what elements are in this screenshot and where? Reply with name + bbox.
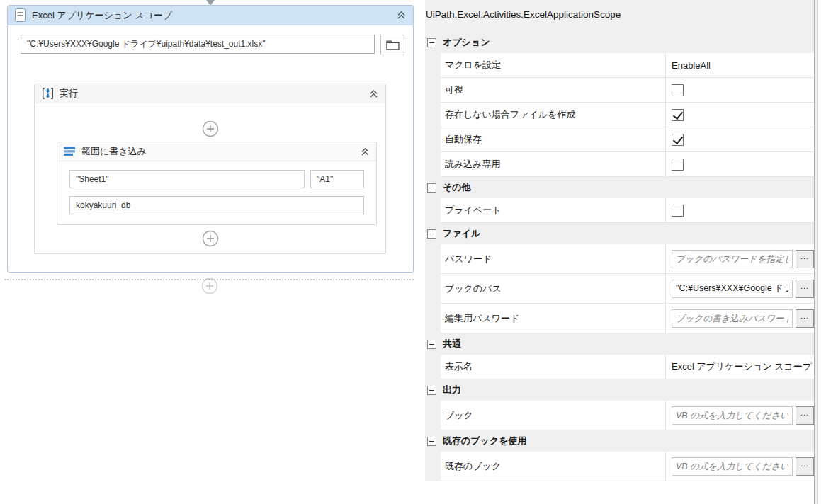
collapse-minus-icon[interactable] [427,38,436,47]
existing-workbook-input[interactable] [672,457,793,476]
edit-password-ellipsis-button[interactable]: ... [796,309,814,328]
browse-folder-button[interactable] [380,35,404,55]
write-range-header[interactable]: 範囲に書き込み [57,142,376,161]
collapse-chevron-icon[interactable] [361,147,370,156]
prop-row-readonly: 読み込み専用 [441,152,814,177]
sheet-name-input[interactable] [69,170,305,188]
prop-category-common: 共通 [425,333,814,355]
write-range-title: 範囲に書き込み [81,145,355,158]
prop-row-display-name: 表示名 Excel アプリケーション スコープ [441,355,814,379]
collapse-minus-icon[interactable] [427,340,436,349]
existing-workbook-ellipsis-button[interactable]: ... [796,457,814,476]
prop-category-misc: その他 [425,177,814,198]
create-if-not-exists-checkbox[interactable] [672,109,684,121]
collapse-chevron-icon[interactable] [397,11,406,20]
collapse-minus-icon[interactable] [427,386,436,395]
edit-password-input[interactable] [672,309,793,328]
workbook-path-input[interactable] [21,35,375,54]
sequence-icon [42,88,54,99]
workbook-path-ellipsis-button[interactable]: ... [796,280,814,298]
display-name-value[interactable]: Excel アプリケーション スコープ [672,360,814,373]
excel-scope-title: Excel アプリケーション スコープ [32,9,390,22]
password-ellipsis-button[interactable]: ... [796,250,814,268]
password-input[interactable] [672,250,793,268]
do-sequence-activity[interactable]: 実行 [34,84,386,254]
add-activity-button[interactable] [202,120,219,137]
add-activity-button-faded[interactable] [201,277,218,294]
folder-icon [386,40,400,50]
table-rows-icon [64,147,76,156]
workbook-path-value-input[interactable] [672,280,793,298]
collapse-minus-icon[interactable] [427,437,436,446]
private-checkbox[interactable] [672,205,684,217]
workbook-output-ellipsis-button[interactable]: ... [796,406,814,425]
prop-row-edit-password: 編集用パスワード ... [441,304,814,333]
prop-category-use-existing-workbook: 既存のブックを使用 [425,430,814,452]
prop-row-workbook-path: ブックのパス ... [441,274,814,304]
do-sequence-title: 実行 [60,87,363,100]
prop-row-private: プライベート [441,198,814,223]
macro-setting-value[interactable]: EnableAll [672,60,814,71]
readonly-checkbox[interactable] [672,159,684,171]
workbook-output-input[interactable] [672,406,793,425]
uipath-studio-view: Excel アプリケーション スコープ [0,0,826,504]
excel-scope-header[interactable]: Excel アプリケーション スコープ [8,6,413,25]
journal-document-icon [15,8,26,22]
collapse-minus-icon[interactable] [427,183,436,193]
autosave-checkbox[interactable] [672,134,684,146]
collapse-minus-icon[interactable] [427,229,436,239]
data-table-input[interactable] [69,196,364,214]
write-range-activity[interactable]: 範囲に書き込み [57,142,377,225]
prop-row-visible: 可視 [441,78,814,103]
properties-panel: UiPath.Excel.Activities.ExcelApplication… [425,0,814,481]
do-sequence-header[interactable]: 実行 [35,84,385,103]
activity-type-name: UiPath.Excel.Activities.ExcelApplication… [425,0,814,32]
prop-category-file: ファイル [425,223,814,244]
visible-checkbox[interactable] [672,84,684,96]
prop-row-macro-setting: マクロを設定 EnableAll [441,53,814,78]
prop-category-output: 出力 [425,379,814,401]
prop-category-options: オプション [425,32,814,53]
vertical-scrollbar[interactable] [814,0,818,504]
start-cell-input[interactable] [310,170,364,188]
collapse-chevron-icon[interactable] [369,89,378,98]
prop-row-autosave: 自動保存 [441,127,814,152]
prop-row-password: パスワード ... [441,244,814,274]
excel-application-scope-activity[interactable]: Excel アプリケーション スコープ [7,5,414,273]
prop-row-existing-workbook: 既存のブック ... [441,452,814,481]
prop-row-workbook-output: ブック ... [441,401,814,430]
add-activity-button[interactable] [202,230,219,247]
prop-row-create-if-not-exists: 存在しない場合ファイルを作成 [441,103,814,127]
